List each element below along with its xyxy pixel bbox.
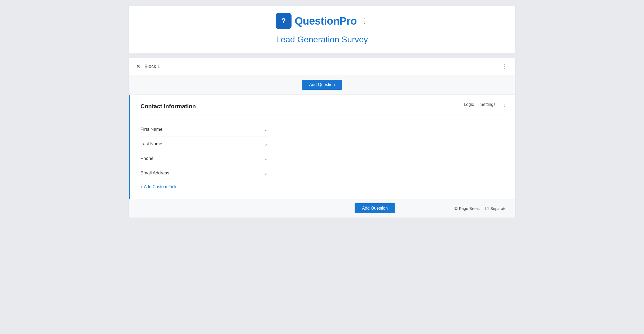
add-question-button-bottom[interactable]: Add Question	[355, 203, 395, 213]
separator-icon: ☑	[485, 206, 489, 211]
bottom-bar-center: Add Question	[295, 203, 454, 213]
field-label-last-name: Last Name	[140, 141, 162, 147]
add-custom-field-link[interactable]: + Add Custom Field	[140, 184, 178, 189]
field-label-email: Email Address	[140, 170, 169, 176]
block-section: ✕ Block 1 ⋮ Add Question Logic Settings …	[129, 58, 515, 218]
logo-question-mark: ?	[281, 17, 286, 25]
question-card-actions: Logic Settings ⋮	[464, 101, 508, 108]
field-row-email: Email Address ⌄	[140, 166, 268, 180]
brand-name-part2: Pro	[339, 15, 357, 27]
page-wrapper: ? QuestionPro ⋮ Lead Generation Survey ✕…	[129, 5, 515, 218]
field-chevron-last-name[interactable]: ⌄	[264, 141, 268, 147]
separator-action[interactable]: ☑ Separator	[485, 206, 508, 211]
contact-info-title: Contact Information	[140, 103, 505, 110]
field-chevron-phone[interactable]: ⌄	[264, 156, 268, 161]
logo-row: ? QuestionPro ⋮	[276, 13, 369, 29]
bottom-bar: Add Question ⧉ Page Break ☑ Separator	[129, 199, 515, 218]
field-row-first-name: First Name ⌄	[140, 122, 268, 137]
separator-label: Separator	[490, 206, 508, 211]
block-menu-dots[interactable]: ⋮	[501, 63, 508, 70]
logo-icon: ?	[276, 13, 292, 29]
add-question-button-top[interactable]: Add Question	[302, 80, 342, 90]
field-chevron-first-name[interactable]: ⌄	[264, 127, 268, 132]
brand-name-part1: Question	[295, 15, 339, 27]
block-header: ✕ Block 1 ⋮	[129, 58, 515, 75]
field-row-phone: Phone ⌄	[140, 151, 268, 166]
add-question-bar-top: Add Question	[129, 75, 515, 95]
section-divider	[140, 115, 505, 115]
field-row-last-name: Last Name ⌄	[140, 137, 268, 151]
question-menu-dots[interactable]: ⋮	[502, 101, 508, 108]
block-title: Block 1	[144, 64, 160, 69]
page-break-icon: ⧉	[455, 206, 457, 211]
field-chevron-email[interactable]: ⌄	[264, 170, 268, 176]
logo-menu-dots[interactable]: ⋮	[361, 17, 368, 25]
page-break-label: Page Break	[459, 206, 480, 211]
logic-action[interactable]: Logic	[464, 102, 474, 107]
block-header-left: ✕ Block 1	[136, 64, 160, 69]
field-label-phone: Phone	[140, 156, 153, 161]
collapse-icon[interactable]: ✕	[136, 64, 140, 69]
logo-text: QuestionPro	[295, 15, 357, 27]
page-break-action[interactable]: ⧉ Page Break	[455, 206, 480, 211]
settings-action[interactable]: Settings	[480, 102, 496, 107]
survey-title: Lead Generation Survey	[276, 35, 368, 44]
field-label-first-name: First Name	[140, 127, 162, 132]
header-card: ? QuestionPro ⋮ Lead Generation Survey	[129, 5, 515, 53]
form-fields: First Name ⌄ Last Name ⌄ Phone ⌄ Email A…	[140, 122, 268, 180]
question-card: Logic Settings ⋮ Contact Information Fir…	[129, 95, 515, 199]
bottom-bar-right: ⧉ Page Break ☑ Separator	[455, 206, 508, 211]
